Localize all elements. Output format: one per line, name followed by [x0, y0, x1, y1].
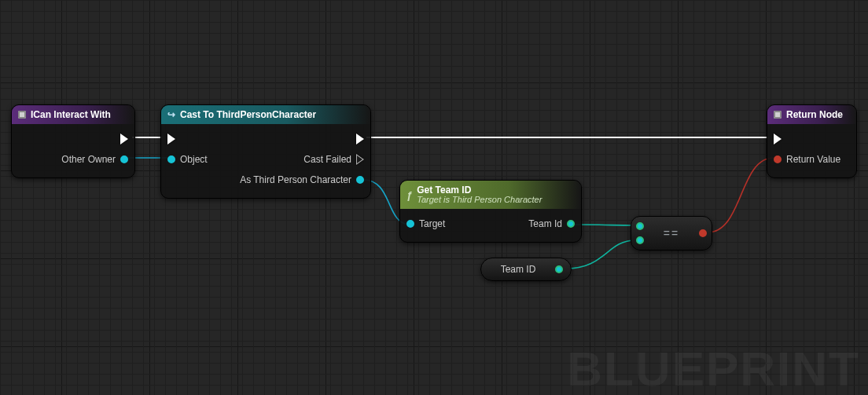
- node-header[interactable]: Return Node: [767, 105, 856, 124]
- node-return[interactable]: Return Node Return Value: [767, 104, 857, 178]
- node-header[interactable]: Cast To ThirdPersonCharacter: [161, 105, 370, 124]
- node-get-team-id[interactable]: Get Team ID Target is Third Person Chara…: [399, 180, 582, 243]
- exec-in-pin[interactable]: [167, 133, 175, 144]
- pin-label: Return Value: [786, 154, 840, 165]
- node-variable-team-id[interactable]: Team ID: [480, 258, 572, 281]
- function-override-icon: [18, 111, 26, 119]
- cast-icon: [167, 109, 175, 120]
- teamid-out-pin[interactable]: [567, 220, 575, 228]
- node-subtitle: Target is Third Person Character: [417, 196, 542, 205]
- operator-symbol: ==: [664, 227, 679, 240]
- node-title: ICan Interact With: [31, 109, 111, 120]
- exec-out-pin[interactable]: [120, 133, 128, 144]
- pin-label: Object: [180, 154, 208, 165]
- node-title: Get Team ID: [417, 185, 542, 196]
- object-out-pin[interactable]: [120, 155, 128, 163]
- variable-out-pin[interactable]: [555, 265, 563, 273]
- function-icon: [406, 189, 412, 201]
- pin-label: Target: [419, 218, 445, 229]
- pin-label: Cast Failed: [303, 154, 351, 165]
- function-result-icon: [774, 111, 782, 119]
- equals-in-a-pin[interactable]: [636, 222, 644, 230]
- equals-out-pin[interactable]: [699, 229, 707, 237]
- equals-in-b-pin[interactable]: [636, 236, 644, 244]
- exec-in-pin[interactable]: [774, 133, 782, 144]
- object-in-pin[interactable]: [167, 155, 175, 163]
- exec-out-pin[interactable]: [356, 133, 364, 144]
- node-header[interactable]: Get Team ID Target is Third Person Chara…: [400, 181, 581, 209]
- pin-label: Other Owner: [61, 154, 116, 165]
- exec-fail-pin[interactable]: [356, 154, 364, 165]
- node-header[interactable]: ICan Interact With: [12, 105, 134, 124]
- node-title: Return Node: [786, 109, 843, 120]
- node-equals[interactable]: ==: [631, 216, 712, 251]
- return-value-pin[interactable]: [774, 155, 782, 163]
- pin-label: Team Id: [528, 218, 562, 229]
- blueprint-watermark: BLUEPRINT: [567, 341, 860, 395]
- node-title: Cast To ThirdPersonCharacter: [180, 109, 316, 120]
- pin-label: As Third Person Character: [240, 174, 351, 185]
- node-ican-interact-with[interactable]: ICan Interact With Other Owner: [11, 104, 135, 178]
- object-out-pin[interactable]: [356, 176, 364, 184]
- node-cast-to-thirdpersoncharacter[interactable]: Cast To ThirdPersonCharacter Object Cast…: [160, 104, 371, 199]
- variable-label: Team ID: [489, 264, 547, 275]
- target-in-pin[interactable]: [406, 220, 414, 228]
